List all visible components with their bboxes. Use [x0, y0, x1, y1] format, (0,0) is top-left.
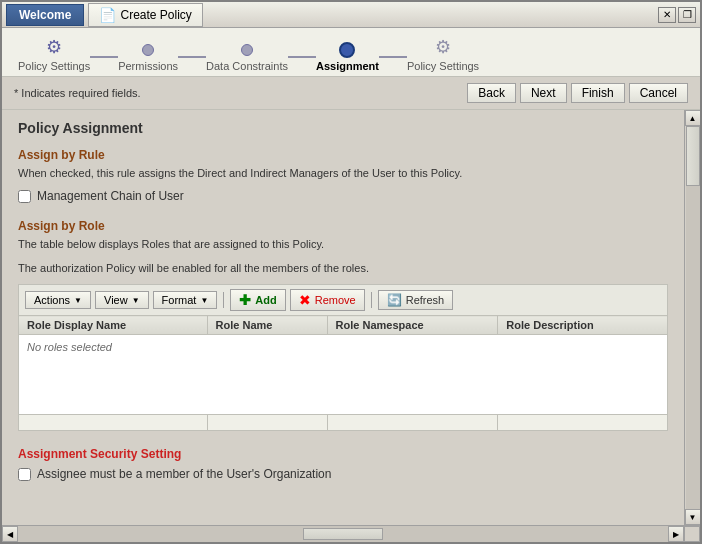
refresh-button[interactable]: 🔄 Refresh [378, 290, 454, 310]
col-role-namespace: Role Namespace [327, 316, 498, 335]
actions-arrow-icon: ▼ [74, 296, 82, 305]
scrollbar-corner [684, 526, 700, 542]
assignee-org-label: Assignee must be a member of the User's … [37, 467, 331, 481]
refresh-icon: 🔄 [387, 293, 402, 307]
document-icon: 📄 [99, 7, 116, 23]
main-body: Policy Assignment Assign by Rule When ch… [2, 110, 700, 525]
remove-button[interactable]: ✖ Remove [290, 289, 365, 311]
toolbar-separator-1 [223, 292, 224, 308]
tab-welcome[interactable]: Welcome [6, 4, 84, 26]
assignment-dot [339, 42, 355, 58]
vertical-scrollbar[interactable]: ▲ ▼ [684, 110, 700, 525]
assignee-org-checkbox[interactable] [18, 468, 31, 481]
wizard-step-label-4: Assignment [316, 60, 379, 72]
next-button[interactable]: Next [520, 83, 567, 103]
assignment-security-label-2: Setting [137, 447, 181, 461]
window-controls: ✕ ❐ [658, 7, 696, 23]
view-dropdown[interactable]: View ▼ [95, 291, 149, 309]
assignment-security-section: Assignment Security Setting Assignee mus… [18, 447, 668, 481]
management-chain-row: Management Chain of User [18, 189, 668, 203]
connector-1 [90, 56, 118, 58]
back-button[interactable]: Back [467, 83, 516, 103]
assign-by-role-desc1: The table below displays Roles that are … [18, 237, 668, 252]
scroll-content[interactable]: Policy Assignment Assign by Rule When ch… [2, 110, 684, 525]
management-chain-label: Management Chain of User [37, 189, 184, 203]
assign-by-role-desc2: The authorization Policy will be enabled… [18, 261, 668, 276]
restore-button[interactable]: ❐ [678, 7, 696, 23]
policy-settings-1-icon: ⚙ [46, 36, 62, 58]
cancel-button[interactable]: Cancel [629, 83, 688, 103]
form-header: * Indicates required fields. Back Next F… [2, 77, 700, 110]
scroll-track[interactable] [686, 126, 700, 509]
scroll-up-button[interactable]: ▲ [685, 110, 701, 126]
management-chain-checkbox[interactable] [18, 190, 31, 203]
assignee-org-row: Assignee must be a member of the User's … [18, 467, 668, 481]
title-bar: Welcome 📄 Create Policy ✕ ❐ [2, 2, 700, 28]
wizard-step-assignment: Assignment [316, 42, 379, 72]
wizard-steps: ⚙ Policy Settings Permissions Data Const… [2, 28, 700, 77]
col-role-display-name: Role Display Name [19, 316, 208, 335]
connector-4 [379, 56, 407, 58]
wizard-step-permissions: Permissions [118, 41, 178, 72]
no-roles-message: No roles selected [19, 335, 668, 415]
wizard-step-label-1: Policy Settings [18, 60, 90, 72]
data-constraints-dot [241, 44, 253, 56]
bottom-area: ◀ ▶ [2, 525, 700, 542]
col-role-description: Role Description [498, 316, 668, 335]
add-icon: ✚ [239, 292, 251, 308]
format-arrow-icon: ▼ [200, 296, 208, 305]
assignment-security-title: Assignment Security Setting [18, 447, 668, 461]
horizontal-scrollbar[interactable]: ◀ ▶ [2, 526, 684, 542]
connector-3 [288, 56, 316, 58]
wizard-step-label-5: Policy Settings [407, 60, 479, 72]
col-role-name: Role Name [207, 316, 327, 335]
table-header-row: Role Display Name Role Name Role Namespa… [19, 316, 668, 335]
scroll-right-button[interactable]: ▶ [668, 526, 684, 542]
tab-create-policy[interactable]: 📄 Create Policy [88, 3, 202, 27]
close-button[interactable]: ✕ [658, 7, 676, 23]
assign-by-rule-desc: When checked, this rule assigns the Dire… [18, 166, 668, 181]
format-dropdown[interactable]: Format ▼ [153, 291, 218, 309]
required-note: * Indicates required fields. [14, 87, 141, 99]
add-button[interactable]: ✚ Add [230, 289, 285, 311]
page-title: Policy Assignment [18, 120, 668, 136]
scroll-thumb[interactable] [686, 126, 700, 186]
wizard-step-data-constraints: Data Constraints [206, 41, 288, 72]
permissions-dot [142, 44, 154, 56]
toolbar-separator-2 [371, 292, 372, 308]
roles-table: Role Display Name Role Name Role Namespa… [18, 315, 668, 431]
view-label: View [104, 294, 128, 306]
main-window: Welcome 📄 Create Policy ✕ ❐ ⚙ Policy Set… [0, 0, 702, 544]
view-arrow-icon: ▼ [132, 296, 140, 305]
table-footer-row [19, 415, 668, 431]
assign-by-role-title: Assign by Role [18, 219, 668, 233]
table-empty-row: No roles selected [19, 335, 668, 415]
finish-button[interactable]: Finish [571, 83, 625, 103]
table-toolbar: Actions ▼ View ▼ Format ▼ ✚ Add ✖ [18, 284, 668, 315]
connector-2 [178, 56, 206, 58]
h-scroll-track[interactable] [18, 526, 668, 542]
wizard-step-policy-settings-1: ⚙ Policy Settings [18, 36, 90, 72]
scroll-left-button[interactable]: ◀ [2, 526, 18, 542]
wizard-step-label-3: Data Constraints [206, 60, 288, 72]
remove-icon: ✖ [299, 292, 311, 308]
h-scroll-thumb[interactable] [303, 528, 383, 540]
scroll-down-button[interactable]: ▼ [685, 509, 701, 525]
actions-dropdown[interactable]: Actions ▼ [25, 291, 91, 309]
wizard-step-label-2: Permissions [118, 60, 178, 72]
nav-buttons: Back Next Finish Cancel [467, 83, 688, 103]
assignment-security-label-1: Assignment Security [18, 447, 137, 461]
wizard-step-policy-settings-2: ⚙ Policy Settings [407, 36, 479, 72]
assign-by-rule-title: Assign by Rule [18, 148, 668, 162]
policy-settings-2-icon: ⚙ [435, 36, 451, 58]
